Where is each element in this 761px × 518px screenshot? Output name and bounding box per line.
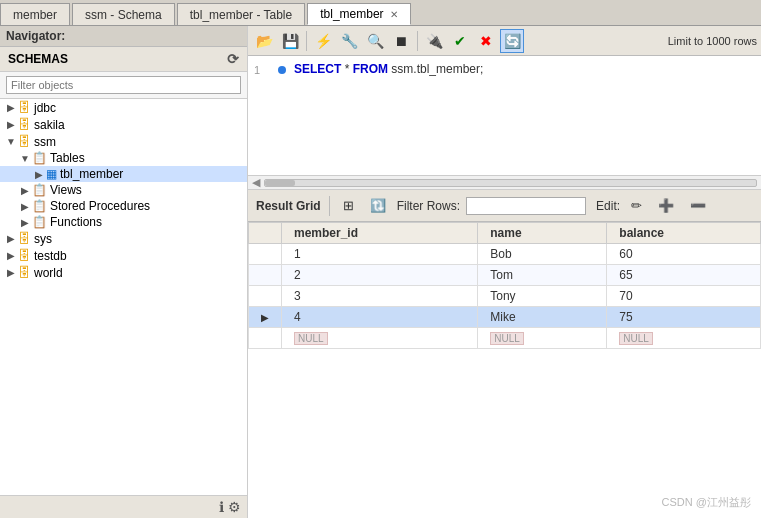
- line-number: 1: [254, 64, 270, 76]
- tree-item-sys[interactable]: ▶ 🗄 sys: [0, 230, 247, 247]
- result-panel: Result Grid ⊞ 🔃 Filter Rows: Edit: ✏ ➕ ➖: [248, 190, 761, 518]
- sql-line-1: 1 SELECT * FROM ssm.tbl_member;: [254, 62, 755, 77]
- save-btn[interactable]: 💾: [278, 29, 302, 53]
- schemas-header: SCHEMAS ⟳: [0, 47, 247, 72]
- db-connect-btn[interactable]: 🔌: [422, 29, 446, 53]
- db-icon: 🗄: [18, 231, 31, 246]
- db-icon: 🗄: [18, 100, 31, 115]
- row-arrow-cell: [249, 286, 282, 307]
- schemas-action-icon[interactable]: ⟳: [227, 51, 239, 67]
- expand-icon: ▼: [18, 153, 32, 164]
- nav-config-icon[interactable]: ⚙: [228, 499, 241, 515]
- tab-bar: member ssm - Schema tbl_member - Table t…: [0, 0, 761, 26]
- tab-tbl-member-active[interactable]: tbl_member ✕: [307, 3, 410, 25]
- edit-label: Edit:: [596, 199, 620, 213]
- cell-member-id-null: NULL: [282, 328, 478, 349]
- tree-item-views[interactable]: ▶ 📋 Views: [0, 182, 247, 198]
- sql-code: SELECT * FROM ssm.tbl_member;: [294, 62, 483, 77]
- commit-btn[interactable]: ✔: [448, 29, 472, 53]
- cell-balance: 65: [607, 265, 761, 286]
- right-panel: 📂 💾 ⚡ 🔧 🔍 ⏹ 🔌 ✔ ✖ 🔄 Limit to 1000 rows 1: [248, 26, 761, 518]
- sep1: [306, 31, 307, 51]
- rollback-btn[interactable]: ✖: [474, 29, 498, 53]
- row-arrow-cell: [249, 265, 282, 286]
- delete-row-btn[interactable]: ➖: [685, 195, 711, 216]
- tree-item-ssm[interactable]: ▼ 🗄 ssm: [0, 133, 247, 150]
- col-member-id[interactable]: member_id: [282, 223, 478, 244]
- tree-item-tbl-member[interactable]: ▶ ▦ tbl_member: [0, 166, 247, 182]
- result-table-wrap: member_id name balance 1 Bob 60: [248, 222, 761, 518]
- cell-name-null: NULL: [478, 328, 607, 349]
- expand-icon: ▶: [4, 233, 18, 244]
- tab-tbl-member-table[interactable]: tbl_member - Table: [177, 3, 306, 25]
- tree-item-jdbc[interactable]: ▶ 🗄 jdbc: [0, 99, 247, 116]
- execution-marker: [278, 66, 286, 74]
- tab-ssm-schema[interactable]: ssm - Schema: [72, 3, 175, 25]
- expand-icon: ▶: [4, 250, 18, 261]
- db-icon: 🗄: [18, 248, 31, 263]
- nav-footer: ℹ ⚙: [0, 495, 247, 518]
- cell-name: Tony: [478, 286, 607, 307]
- grid-view-btn[interactable]: ⊞: [338, 195, 359, 216]
- cell-member-id: 2: [282, 265, 478, 286]
- table-row-null[interactable]: NULL NULL NULL: [249, 328, 761, 349]
- tab-member[interactable]: member: [0, 3, 70, 25]
- navigator-panel: Navigator: SCHEMAS ⟳ ▶ 🗄 jdbc: [0, 26, 248, 518]
- filter-row: [0, 72, 247, 99]
- refresh-btn[interactable]: 🔄: [500, 29, 524, 53]
- watermark: CSDN @江州益彤: [662, 495, 751, 510]
- horizontal-scroll[interactable]: ◀: [248, 176, 761, 190]
- table-row[interactable]: 2 Tom 65: [249, 265, 761, 286]
- table-icon: ▦: [46, 167, 57, 181]
- expand-icon: ▶: [4, 102, 18, 113]
- table-row[interactable]: 3 Tony 70: [249, 286, 761, 307]
- refresh-result-btn[interactable]: 🔃: [365, 195, 391, 216]
- folder-view-icon: 📋: [32, 183, 47, 197]
- stop-btn[interactable]: ⏹: [389, 29, 413, 53]
- col-name[interactable]: name: [478, 223, 607, 244]
- scroll-track[interactable]: [264, 179, 757, 187]
- db-icon: 🗄: [18, 117, 31, 132]
- sep2: [417, 31, 418, 51]
- col-balance[interactable]: balance: [607, 223, 761, 244]
- tab-close-icon[interactable]: ✕: [390, 9, 398, 20]
- cell-member-id: 1: [282, 244, 478, 265]
- cell-balance-null: NULL: [607, 328, 761, 349]
- tree-item-testdb[interactable]: ▶ 🗄 testdb: [0, 247, 247, 264]
- table-row-selected[interactable]: ▶ 4 Mike 75: [249, 307, 761, 328]
- tree-item-stored-procedures[interactable]: ▶ 📋 Stored Procedures: [0, 198, 247, 214]
- filter-input[interactable]: [6, 76, 241, 94]
- sql-editor[interactable]: 1 SELECT * FROM ssm.tbl_member;: [248, 56, 761, 176]
- result-table: member_id name balance 1 Bob 60: [248, 222, 761, 349]
- open-file-btn[interactable]: 📂: [252, 29, 276, 53]
- search-btn[interactable]: 🔍: [363, 29, 387, 53]
- folder-table-icon: 📋: [32, 151, 47, 165]
- edit-row-btn[interactable]: ✏: [626, 195, 647, 216]
- expand-icon: ▶: [18, 201, 32, 212]
- table-header-row: member_id name balance: [249, 223, 761, 244]
- execute-btn[interactable]: ⚡: [311, 29, 335, 53]
- result-grid-label: Result Grid: [256, 199, 321, 213]
- tree-item-tables[interactable]: ▼ 📋 Tables: [0, 150, 247, 166]
- db-icon: 🗄: [18, 265, 31, 280]
- row-arrow-cell: [249, 244, 282, 265]
- execute-cursor-btn[interactable]: 🔧: [337, 29, 361, 53]
- tree-item-world[interactable]: ▶ 🗄 world: [0, 264, 247, 281]
- filter-rows-label: Filter Rows:: [397, 199, 460, 213]
- filter-rows-input[interactable]: [466, 197, 586, 215]
- expand-icon: ▶: [32, 169, 46, 180]
- cell-balance: 60: [607, 244, 761, 265]
- scroll-thumb[interactable]: [265, 180, 295, 186]
- row-arrow-cell: ▶: [249, 307, 282, 328]
- cell-name: Mike: [478, 307, 607, 328]
- expand-icon: ▶: [18, 185, 32, 196]
- tree-item-functions[interactable]: ▶ 📋 Functions: [0, 214, 247, 230]
- expand-icon: ▼: [4, 136, 18, 147]
- tree-item-sakila[interactable]: ▶ 🗄 sakila: [0, 116, 247, 133]
- add-row-btn[interactable]: ➕: [653, 195, 679, 216]
- table-row[interactable]: 1 Bob 60: [249, 244, 761, 265]
- cell-member-id: 4: [282, 307, 478, 328]
- nav-info-icon[interactable]: ℹ: [219, 499, 224, 515]
- folder-fn-icon: 📋: [32, 215, 47, 229]
- schema-tree: ▶ 🗄 jdbc ▶ 🗄 sakila ▼ 🗄 ssm: [0, 99, 247, 495]
